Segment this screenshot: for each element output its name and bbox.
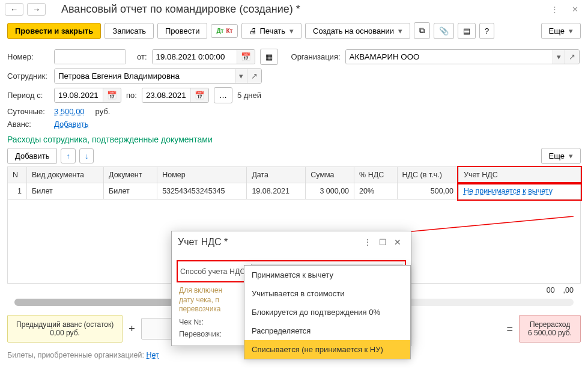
- plus-icon: +: [126, 323, 138, 335]
- expenses-section-title: Расходы сотрудника, подтвержденные докум…: [7, 135, 581, 144]
- dropdown-option[interactable]: Учитывается в стоимости: [244, 284, 410, 303]
- dialog-title: Учет НДС *: [178, 237, 360, 248]
- org-label: Организация:: [291, 52, 341, 61]
- related-docs-icon[interactable]: ⧉: [414, 22, 430, 39]
- close-window-icon[interactable]: ✕: [567, 2, 583, 16]
- tickets-label: Билеты, приобретенные организацией:: [7, 351, 144, 359]
- vat-accounting-dialog: Учет НДС * ⋮ ☐ ✕ Способ учета НДС: Списы…: [171, 231, 411, 346]
- print-button[interactable]: 🖨 Печать: [241, 23, 302, 39]
- dialog-close-icon[interactable]: ✕: [390, 236, 405, 248]
- nav-forward-button[interactable]: →: [27, 3, 46, 16]
- chevron-down-icon: [567, 26, 573, 35]
- period-to-label: по:: [126, 91, 137, 100]
- tickets-link[interactable]: Нет: [146, 351, 159, 359]
- expenses-table: N Вид документа Документ Номер Дата Сумм…: [7, 166, 581, 200]
- overspend-box: Перерасход 6 500,00 руб.: [519, 315, 581, 343]
- number-input[interactable]: [54, 49, 126, 64]
- save-button[interactable]: Записать: [105, 23, 154, 39]
- dialog-more-icon[interactable]: ⋮: [360, 236, 375, 248]
- org-select[interactable]: ▾ ↗: [345, 49, 580, 64]
- printer-icon: 🖨: [249, 26, 257, 35]
- period-from-input[interactable]: 📅: [54, 88, 121, 103]
- period-to-input[interactable]: 📅: [142, 88, 209, 103]
- dropdown-icon[interactable]: ▾: [553, 50, 565, 64]
- report-icon[interactable]: ▤: [458, 23, 476, 39]
- dropdown-option[interactable]: Распределяется: [244, 322, 410, 340]
- nav-back-button[interactable]: ←: [5, 3, 23, 16]
- col-n: N: [8, 167, 27, 183]
- col-doc: Документ: [104, 167, 157, 183]
- open-ref-icon[interactable]: ↗: [247, 69, 261, 83]
- create-based-button[interactable]: Создать на основании: [305, 23, 410, 39]
- more-vertical-icon[interactable]: ⋮: [546, 2, 563, 16]
- equals-icon: =: [505, 323, 516, 335]
- move-up-button[interactable]: ↑: [61, 148, 76, 163]
- vat-method-dropdown: Принимается к вычету Учитывается в стоим…: [244, 265, 411, 359]
- advance-add-link[interactable]: Добавить: [54, 120, 88, 129]
- dropdown-option[interactable]: Блокируется до подтверждения 0%: [244, 303, 410, 322]
- number-label: Номер:: [7, 52, 49, 61]
- chevron-down-icon: [567, 151, 573, 160]
- employee-label: Сотрудник:: [7, 72, 49, 81]
- open-ref-icon[interactable]: ↗: [565, 50, 579, 64]
- carrier-label: Перевозчик:: [179, 330, 222, 338]
- calendar-icon[interactable]: 📅: [190, 88, 208, 102]
- date-input[interactable]: 📅: [152, 49, 255, 64]
- attachments-icon[interactable]: 📎: [434, 23, 454, 39]
- col-vat-pct: % НДС: [354, 167, 398, 183]
- perdiem-label: Суточные:: [7, 107, 49, 116]
- col-doc-type: Вид документа: [27, 167, 104, 183]
- move-down-button[interactable]: ↓: [79, 148, 94, 163]
- prev-advance-box: Предыдущий аванс (остаток) 0,00 руб.: [7, 315, 123, 343]
- check-number-label: Чек №:: [179, 318, 204, 326]
- calendar-icon[interactable]: 📅: [103, 88, 121, 102]
- more-button[interactable]: Еще: [541, 23, 581, 39]
- period-pick-button[interactable]: …: [214, 87, 232, 103]
- chevron-down-icon: [396, 26, 402, 35]
- perdiem-link[interactable]: 3 500,00: [54, 107, 85, 116]
- col-vat-acc: Учет НДС: [458, 167, 580, 183]
- arrow-down-icon: ↓: [85, 151, 89, 160]
- col-num: Номер: [157, 167, 247, 183]
- vat-accounting-link[interactable]: Не принимается к вычету: [464, 187, 553, 195]
- col-date: Дата: [247, 167, 306, 183]
- dtkt-button[interactable]: ДтКт: [211, 24, 238, 38]
- calendar-icon[interactable]: 📅: [237, 50, 255, 64]
- col-vat-amt: НДС (в т.ч.): [397, 167, 458, 183]
- arrow-up-icon: ↑: [66, 151, 70, 160]
- date-dotted-icon[interactable]: ▦: [260, 49, 278, 65]
- col-sum: Сумма: [306, 167, 354, 183]
- perdiem-unit: руб.: [95, 107, 111, 116]
- chevron-down-icon: [288, 26, 294, 35]
- period-from-label: Период с:: [7, 91, 49, 100]
- post-button[interactable]: Провести: [157, 23, 208, 39]
- add-row-button[interactable]: Добавить: [7, 148, 57, 164]
- dropdown-option[interactable]: Принимается к вычету: [244, 266, 410, 284]
- table-more-button[interactable]: Еще: [541, 148, 581, 164]
- dropdown-option-selected[interactable]: Списывается (не принимается к НУ): [244, 340, 410, 359]
- table-row[interactable]: 1 Билет Билет 532543453245345 19.08.2021…: [8, 183, 581, 200]
- post-and-close-button[interactable]: Провести и закрыть: [7, 23, 101, 39]
- window-title: Авансовый отчет по командировке (создани…: [61, 3, 542, 16]
- employee-select[interactable]: ▾ ↗: [54, 69, 262, 84]
- from-label: от:: [137, 52, 147, 61]
- vat-method-label: Способ учета НДС:: [180, 267, 247, 276]
- days-value: 5 дней: [237, 91, 261, 100]
- dropdown-icon[interactable]: ▾: [235, 69, 247, 83]
- help-button[interactable]: ?: [479, 23, 494, 39]
- advance-label: Аванс:: [7, 120, 49, 129]
- dialog-maximize-icon[interactable]: ☐: [375, 236, 390, 248]
